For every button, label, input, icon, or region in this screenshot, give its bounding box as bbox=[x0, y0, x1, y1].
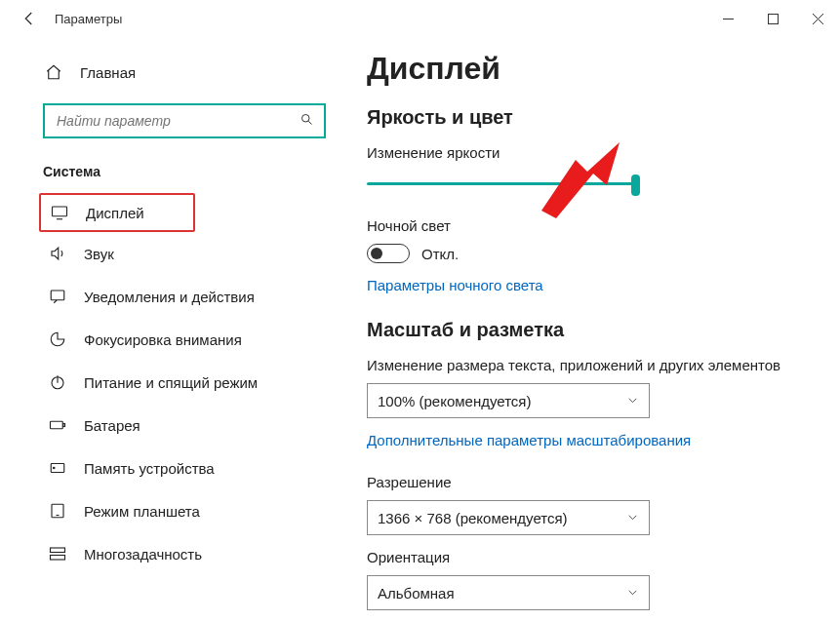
battery-icon bbox=[47, 416, 68, 434]
slider-track bbox=[367, 182, 640, 185]
brightness-slider[interactable] bbox=[367, 173, 640, 196]
scale-description: Изменение размера текста, приложений и д… bbox=[367, 357, 830, 373]
sidebar-item-multitask[interactable]: Многозадачность bbox=[43, 532, 328, 575]
close-icon bbox=[813, 14, 823, 24]
chevron-down-icon bbox=[626, 510, 639, 526]
close-button[interactable] bbox=[795, 0, 840, 37]
svg-rect-3 bbox=[51, 291, 64, 300]
tablet-icon bbox=[47, 502, 68, 520]
sidebar-item-focus[interactable]: Фокусировка внимания bbox=[43, 318, 328, 361]
night-light-settings-link[interactable]: Параметры ночного света bbox=[367, 277, 830, 293]
slider-thumb[interactable] bbox=[631, 175, 640, 196]
sidebar-item-display[interactable]: Дисплей bbox=[39, 193, 195, 232]
storage-icon bbox=[47, 459, 68, 477]
sidebar-item-label: Батарея bbox=[84, 417, 140, 434]
sidebar-item-notifications[interactable]: Уведомления и действия bbox=[43, 275, 328, 318]
night-light-toggle[interactable] bbox=[367, 244, 410, 263]
sidebar-item-label: Память устройства bbox=[84, 460, 215, 477]
sidebar-item-label: Звук bbox=[84, 246, 114, 262]
multitask-icon bbox=[47, 545, 68, 563]
svg-point-1 bbox=[302, 115, 310, 123]
scale-section-title: Масштаб и разметка bbox=[367, 319, 830, 341]
sidebar-home-label: Главная bbox=[80, 64, 136, 81]
svg-point-8 bbox=[54, 467, 56, 469]
sidebar-item-sound[interactable]: Звук bbox=[43, 232, 328, 275]
sidebar-item-battery[interactable]: Батарея bbox=[43, 404, 328, 446]
power-icon bbox=[47, 373, 68, 391]
sidebar-item-label: Питание и спящий режим bbox=[84, 374, 258, 391]
orientation-value: Альбомная bbox=[378, 585, 455, 602]
svg-rect-6 bbox=[63, 424, 65, 427]
sidebar-item-label: Дисплей bbox=[86, 205, 144, 221]
chevron-down-icon bbox=[626, 393, 639, 409]
arrow-left-icon bbox=[20, 10, 38, 27]
titlebar: Параметры bbox=[0, 0, 840, 37]
window-controls bbox=[705, 0, 840, 37]
window-title: Параметры bbox=[55, 12, 122, 26]
svg-rect-10 bbox=[51, 548, 65, 553]
sidebar-home[interactable]: Главная bbox=[43, 55, 328, 90]
resolution-value: 1366 × 768 (рекомендуется) bbox=[378, 510, 568, 526]
minimize-icon bbox=[723, 14, 734, 24]
sidebar-item-tablet[interactable]: Режим планшета bbox=[43, 489, 328, 532]
sidebar-item-label: Фокусировка внимания bbox=[84, 331, 242, 348]
orientation-label: Ориентация bbox=[367, 549, 830, 565]
maximize-icon bbox=[768, 14, 779, 24]
search-box[interactable] bbox=[43, 103, 326, 138]
resolution-label: Разрешение bbox=[367, 474, 830, 490]
sidebar-item-label: Уведомления и действия bbox=[84, 289, 255, 305]
focus-icon bbox=[47, 330, 68, 348]
home-icon bbox=[43, 63, 64, 81]
page-title: Дисплей bbox=[367, 51, 830, 87]
svg-rect-0 bbox=[768, 14, 778, 23]
toggle-knob bbox=[371, 248, 382, 259]
night-light-label: Ночной свет bbox=[367, 217, 830, 234]
svg-rect-2 bbox=[53, 207, 67, 216]
sidebar-item-power[interactable]: Питание и спящий режим bbox=[43, 361, 328, 404]
scale-value: 100% (рекомендуется) bbox=[378, 393, 531, 409]
sidebar-section-title: Система bbox=[43, 164, 328, 179]
minimize-button[interactable] bbox=[705, 0, 750, 37]
sidebar-item-label: Многозадачность bbox=[84, 546, 202, 563]
main-content: Дисплей Яркость и цвет Изменение яркости… bbox=[341, 37, 840, 621]
sidebar: Главная Система Дисплей Звук Уведо bbox=[0, 37, 341, 621]
resolution-select[interactable]: 1366 × 768 (рекомендуется) bbox=[367, 500, 650, 535]
advanced-scaling-link[interactable]: Дополнительные параметры масштабирования bbox=[367, 432, 830, 448]
maximize-button[interactable] bbox=[750, 0, 795, 37]
brightness-section-title: Яркость и цвет bbox=[367, 106, 830, 129]
brightness-label: Изменение яркости bbox=[367, 144, 830, 161]
back-button[interactable] bbox=[8, 0, 51, 37]
svg-rect-11 bbox=[51, 556, 65, 561]
display-icon bbox=[49, 204, 70, 221]
svg-rect-5 bbox=[51, 421, 63, 429]
scale-select[interactable]: 100% (рекомендуется) bbox=[367, 383, 650, 418]
night-light-state: Откл. bbox=[421, 246, 459, 262]
search-input[interactable] bbox=[55, 112, 300, 130]
orientation-select[interactable]: Альбомная bbox=[367, 575, 650, 610]
sidebar-item-label: Режим планшета bbox=[84, 503, 200, 520]
chevron-down-icon bbox=[626, 585, 639, 602]
notifications-icon bbox=[47, 288, 68, 305]
sound-icon bbox=[47, 245, 68, 262]
search-icon bbox=[300, 112, 314, 130]
sidebar-item-storage[interactable]: Память устройства bbox=[43, 446, 328, 489]
